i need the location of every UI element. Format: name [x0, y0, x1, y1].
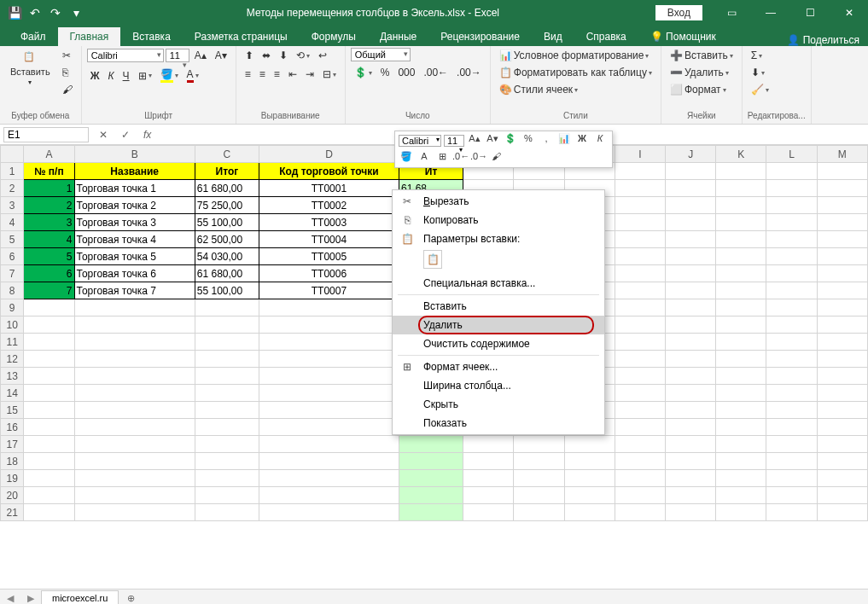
- row-header-12[interactable]: 12: [1, 351, 24, 368]
- mini-format-painter-icon[interactable]: 🖌: [488, 151, 504, 166]
- cell-I17[interactable]: [615, 436, 665, 453]
- cell-I10[interactable]: [615, 317, 665, 334]
- cell-F18[interactable]: [463, 453, 514, 470]
- cell-L11[interactable]: [766, 334, 817, 351]
- font-name-select[interactable]: Calibri: [87, 49, 164, 62]
- maximize-icon[interactable]: ☐: [791, 0, 829, 26]
- cell-A11[interactable]: [24, 334, 74, 351]
- cell-J10[interactable]: [666, 317, 716, 334]
- cell-D18[interactable]: [259, 453, 399, 470]
- cell-J3[interactable]: [666, 197, 716, 214]
- conditional-formatting-button[interactable]: 📊 Условное форматирование: [496, 48, 653, 63]
- decrease-font-icon[interactable]: A▾: [212, 48, 230, 63]
- cell-B14[interactable]: [74, 385, 195, 402]
- cell-C13[interactable]: [195, 368, 259, 385]
- cell-I11[interactable]: [615, 334, 665, 351]
- signin-button[interactable]: Вход: [655, 5, 702, 20]
- increase-font-icon[interactable]: A▴: [191, 48, 210, 63]
- cell-I19[interactable]: [615, 470, 665, 487]
- row-header-9[interactable]: 9: [1, 299, 24, 317]
- tab-help[interactable]: Справка: [574, 27, 638, 46]
- cell-D20[interactable]: [259, 487, 399, 504]
- cell-E18[interactable]: [399, 453, 463, 470]
- cell-D14[interactable]: [259, 385, 399, 402]
- cell-I12[interactable]: [615, 351, 665, 368]
- mini-borders-icon[interactable]: ⊞: [434, 151, 450, 166]
- clear-icon[interactable]: 🧹: [748, 82, 772, 97]
- cell-L17[interactable]: [766, 436, 817, 453]
- cell-J15[interactable]: [666, 402, 716, 419]
- cell-A8[interactable]: 7: [24, 282, 74, 299]
- cell-K9[interactable]: [716, 299, 766, 317]
- mini-font-select[interactable]: Calibri: [399, 135, 441, 147]
- cell-C15[interactable]: [195, 402, 259, 419]
- col-header-L[interactable]: L: [766, 146, 817, 163]
- qat-dropdown-icon[interactable]: ▾: [68, 6, 84, 20]
- cell-G20[interactable]: [514, 487, 564, 504]
- cell-M6[interactable]: [817, 248, 867, 265]
- row-header-7[interactable]: 7: [1, 265, 24, 282]
- wrap-text-icon[interactable]: ↩: [315, 48, 330, 63]
- cell-J17[interactable]: [666, 436, 716, 453]
- cell-B1[interactable]: Название: [74, 163, 195, 180]
- col-header-A[interactable]: A: [24, 146, 74, 163]
- cell-B5[interactable]: Торговая точка 4: [74, 231, 195, 248]
- cell-M16[interactable]: [817, 419, 867, 436]
- col-header-I[interactable]: I: [615, 146, 665, 163]
- cell-M10[interactable]: [817, 317, 867, 334]
- cell-I16[interactable]: [615, 419, 665, 436]
- cm-column-width[interactable]: Ширина столбца...: [393, 376, 604, 395]
- fx-icon[interactable]: fx: [137, 129, 158, 141]
- align-center-icon[interactable]: ≡: [256, 67, 269, 82]
- cell-B4[interactable]: Торговая точка 3: [74, 214, 195, 231]
- cell-F17[interactable]: [463, 436, 514, 453]
- increase-decimal-icon[interactable]: .00←: [420, 65, 451, 80]
- cell-M9[interactable]: [817, 299, 867, 317]
- cm-show[interactable]: Показать: [393, 414, 604, 433]
- cell-H19[interactable]: [564, 470, 615, 487]
- cell-J19[interactable]: [666, 470, 716, 487]
- mini-inc-decimal-icon[interactable]: .0→: [470, 151, 486, 166]
- row-header-6[interactable]: 6: [1, 248, 24, 265]
- cell-C8[interactable]: 55 100,00: [195, 282, 259, 299]
- cell-D9[interactable]: [259, 299, 399, 317]
- cell-D21[interactable]: [259, 504, 399, 521]
- orientation-icon[interactable]: ⟲: [293, 48, 313, 63]
- cell-L9[interactable]: [766, 299, 817, 317]
- bold-button[interactable]: Ж: [87, 68, 103, 84]
- cell-M2[interactable]: [817, 180, 867, 197]
- cell-A6[interactable]: 5: [24, 248, 74, 265]
- cell-F21[interactable]: [463, 504, 514, 521]
- cell-C5[interactable]: 62 500,00: [195, 231, 259, 248]
- decrease-indent-icon[interactable]: ⇤: [285, 67, 300, 82]
- cell-M21[interactable]: [817, 504, 867, 521]
- cell-L15[interactable]: [766, 402, 817, 419]
- cell-B18[interactable]: [74, 453, 195, 470]
- cell-K16[interactable]: [716, 419, 766, 436]
- paste-default-icon[interactable]: 📋: [423, 250, 442, 269]
- cell-K21[interactable]: [716, 504, 766, 521]
- cell-B16[interactable]: [74, 419, 195, 436]
- cell-L6[interactable]: [766, 248, 817, 265]
- row-header-3[interactable]: 3: [1, 197, 24, 214]
- cell-E19[interactable]: [399, 470, 463, 487]
- cell-A3[interactable]: 2: [24, 197, 74, 214]
- cell-C14[interactable]: [195, 385, 259, 402]
- cell-L4[interactable]: [766, 214, 817, 231]
- italic-button[interactable]: К: [105, 68, 118, 84]
- mini-italic-icon[interactable]: К: [592, 133, 608, 148]
- row-header-21[interactable]: 21: [1, 504, 24, 521]
- cell-C18[interactable]: [195, 453, 259, 470]
- cell-K3[interactable]: [716, 197, 766, 214]
- row-header-15[interactable]: 15: [1, 402, 24, 419]
- sheet-nav-prev-icon[interactable]: ◀: [0, 593, 20, 604]
- cell-C1[interactable]: Итог: [195, 163, 259, 180]
- cell-M14[interactable]: [817, 385, 867, 402]
- format-as-table-button[interactable]: 📋 Форматировать как таблицу: [496, 65, 655, 80]
- cell-A14[interactable]: [24, 385, 74, 402]
- tab-formulas[interactable]: Формулы: [300, 27, 368, 46]
- cell-I2[interactable]: [615, 180, 665, 197]
- enter-formula-icon[interactable]: ✓: [114, 129, 137, 141]
- format-painter-button[interactable]: 🖌: [59, 82, 76, 97]
- cell-M13[interactable]: [817, 368, 867, 385]
